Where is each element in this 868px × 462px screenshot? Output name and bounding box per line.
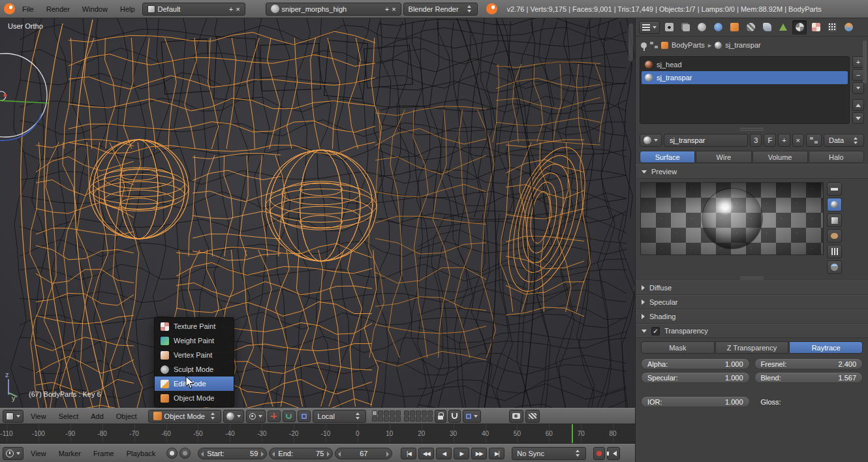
preview-hair-button[interactable] [827,245,842,258]
tab-render[interactable] [662,20,676,35]
screen-layout-selector[interactable]: Default + × [142,3,245,16]
menu-window[interactable]: Window [77,3,113,15]
gloss-slider[interactable]: Gloss: [754,396,863,407]
viewport-3d[interactable]: User Ortho z y (67) BodyParts : Key 6 Te… [0,18,635,408]
slot-row-sj-head[interactable]: sj_head [642,58,848,71]
opengl-render-anim-button[interactable] [525,410,540,423]
frame-end-field[interactable]: End: 75 [269,448,333,459]
jump-to-start-button[interactable]: |◀ [401,448,416,459]
preview-sphere-button[interactable] [827,198,842,211]
manipulator-translate-button[interactable] [268,410,281,422]
delete-scene-button[interactable]: × [392,5,395,13]
layer-cell[interactable] [422,416,427,422]
tab-volume[interactable]: Volume [752,151,808,163]
tab-world[interactable] [711,20,725,35]
fresnel-slider[interactable]: Fresnel: 2.400 [754,358,863,369]
layer-cell[interactable] [422,410,427,416]
tab-object[interactable] [727,20,741,35]
layer-cell[interactable] [372,416,377,422]
layer-cell[interactable] [404,410,409,416]
menu-item-vertex-paint[interactable]: Vertex Paint [155,348,234,362]
keying-set-button[interactable] [179,448,191,459]
preview-flat-button[interactable] [827,182,842,196]
layer-cell[interactable] [395,410,401,416]
layer-cell[interactable] [404,416,409,422]
preview-cube-button[interactable] [827,213,842,227]
fake-user-button[interactable]: F [764,134,776,147]
move-slot-down-button[interactable] [852,112,864,124]
layer-cell[interactable] [427,416,433,422]
panel-header-shading[interactable]: Shading [636,309,868,324]
panel-header-transparency[interactable]: ✓ Transparency [636,324,868,338]
editor-type-button[interactable] [639,21,660,34]
resize-grip[interactable] [636,127,868,132]
mode-z-transparency[interactable]: Z Transparency [715,341,789,354]
viewport-scrollbar[interactable] [628,23,633,61]
jump-to-end-button[interactable]: ▶| [489,448,504,459]
transparency-checkbox[interactable]: ✓ [651,327,660,335]
tab-render-layers[interactable] [678,20,692,35]
panel-header-preview[interactable]: Preview [636,164,868,179]
tab-particles[interactable] [825,20,839,35]
slot-row-sj-transpar[interactable]: sj_transpar [642,71,848,84]
menu-help[interactable]: Help [115,3,140,15]
layer-cell[interactable] [416,416,421,422]
play-button[interactable]: ▶ [454,448,469,459]
menu-item-weight-paint[interactable]: Weight Paint [155,333,234,348]
layer-cell[interactable] [410,410,415,416]
sync-mode-selector[interactable]: No Sync [512,447,586,460]
layer-group-1[interactable] [372,410,401,422]
view-menu[interactable]: View [25,448,52,459]
node-tree-icon[interactable] [650,42,658,48]
blend-slider[interactable]: Blend: 1.567 [754,372,863,383]
frame-menu[interactable]: Frame [88,448,119,459]
ior-slider[interactable]: IOR: 1.000 [641,396,750,407]
tab-surface[interactable]: Surface [640,151,695,163]
timeline-ruler[interactable]: -110-100-90-80-70-60-50-40-30-20-1001020… [0,424,635,444]
menu-item-sculpt-mode[interactable]: Sculpt Mode [155,362,234,377]
wireframe-mesh[interactable] [0,18,635,408]
play-reverse-button[interactable]: ◀ [436,448,452,459]
prev-keyframe-button[interactable]: ◀◀ [418,448,434,459]
preview-world-button[interactable] [827,260,842,274]
editor-type-button[interactable] [3,410,23,423]
tab-halo[interactable]: Halo [809,151,864,163]
link-mode-selector[interactable]: Data [824,134,864,147]
manipulator-scale-button[interactable] [298,410,311,422]
resize-grip[interactable] [636,275,868,281]
add-scene-button[interactable]: + [385,5,389,13]
object-menu[interactable]: Object [111,410,142,422]
pivot-point-selector[interactable] [246,410,266,423]
manipulator-rotate-button[interactable] [283,410,296,422]
preview-range-button[interactable] [166,448,178,459]
select-menu[interactable]: Select [54,410,84,422]
layer-cell[interactable] [378,410,383,416]
move-slot-up-button[interactable] [852,99,864,111]
opengl-render-still-button[interactable] [509,410,523,423]
add-menu[interactable]: Add [85,410,109,422]
layer-cell[interactable] [378,416,383,422]
delete-layout-button[interactable]: × [236,5,240,13]
render-engine-selector[interactable]: Blender Render [403,3,478,16]
users-count-button[interactable]: 3 [750,134,762,147]
snap-element-selector[interactable] [463,410,481,423]
lock-to-scene-button[interactable] [435,410,446,423]
layer-cell[interactable] [372,410,377,416]
tab-wire[interactable]: Wire [696,151,751,163]
specular-slider[interactable]: Specular: 1.000 [641,372,750,383]
panel-scrollbar[interactable] [863,40,867,84]
tab-scene[interactable] [694,20,709,35]
alpha-slider[interactable]: Alpha: 1.000 [641,358,750,369]
nodes-toggle-button[interactable] [806,134,822,147]
layers-widget[interactable] [372,410,433,422]
timeline-playhead[interactable] [572,424,573,443]
tab-physics[interactable] [841,20,856,35]
tab-material[interactable] [792,20,807,35]
menu-file[interactable]: File [17,3,39,15]
new-material-button[interactable]: + [778,134,790,147]
tab-texture[interactable] [809,20,823,35]
preview-monkey-button[interactable] [827,229,842,243]
menu-item-texture-paint[interactable]: Texture Paint [155,319,234,333]
layer-cell[interactable] [427,410,433,416]
viewport-shading-selector[interactable] [223,410,244,423]
